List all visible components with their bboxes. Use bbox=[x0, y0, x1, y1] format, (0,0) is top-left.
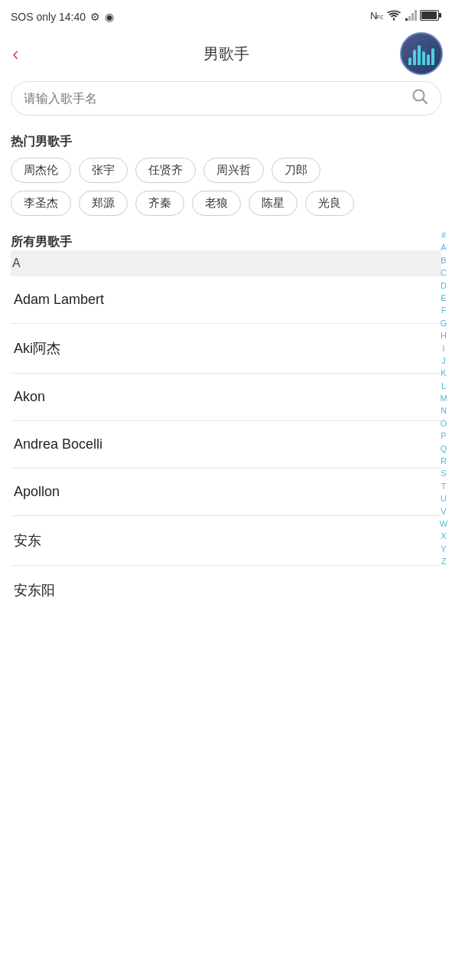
status-bar: SOS only 14:40 ⚙ ◉ N FC bbox=[0, 0, 452, 34]
alpha-i[interactable]: I bbox=[442, 343, 444, 354]
page-title: 男歌手 bbox=[203, 44, 249, 64]
hot-tag-10[interactable]: 光良 bbox=[305, 191, 354, 216]
settings-icon: ⚙ bbox=[90, 11, 100, 23]
hot-tag-1[interactable]: 张宇 bbox=[79, 158, 128, 183]
alpha-d[interactable]: D bbox=[441, 280, 447, 292]
svg-rect-3 bbox=[408, 16, 411, 21]
svg-rect-8 bbox=[421, 11, 437, 19]
nfc-icon: N FC bbox=[369, 8, 383, 25]
alpha-v[interactable]: V bbox=[441, 506, 446, 518]
alpha-m[interactable]: M bbox=[440, 393, 447, 404]
hot-tag-9[interactable]: 陈星 bbox=[249, 191, 298, 216]
battery-icon bbox=[420, 10, 441, 24]
alpha-e[interactable]: E bbox=[441, 292, 446, 304]
hot-tag-6[interactable]: 郑源 bbox=[79, 191, 128, 216]
hot-tag-3[interactable]: 周兴哲 bbox=[203, 158, 264, 183]
artist-item-3[interactable]: Andrea Bocelli bbox=[11, 421, 441, 469]
alphabet-index: # A B C D E F G H I J K L M N O P Q R S … bbox=[435, 230, 452, 568]
alpha-y[interactable]: Y bbox=[441, 544, 446, 555]
header: ‹ 男歌手 bbox=[0, 34, 452, 74]
svg-rect-2 bbox=[405, 18, 408, 21]
artist-item-2[interactable]: Akon bbox=[11, 374, 441, 421]
hot-tag-2[interactable]: 任贤齐 bbox=[135, 158, 196, 183]
hot-artists-row-1: 周杰伦 张宇 任贤齐 周兴哲 刀郎 bbox=[11, 158, 441, 183]
logo-bars-graphic bbox=[408, 42, 434, 65]
artist-item-4[interactable]: Apollon bbox=[11, 469, 441, 516]
alpha-q[interactable]: Q bbox=[441, 443, 447, 455]
sos-time-text: SOS only 14:40 bbox=[11, 11, 86, 23]
back-button[interactable]: ‹ bbox=[12, 44, 19, 64]
artist-item-0[interactable]: Adam Lambert bbox=[11, 276, 441, 324]
wifi-icon bbox=[386, 9, 402, 24]
search-icon[interactable] bbox=[411, 88, 428, 109]
alpha-r[interactable]: R bbox=[441, 456, 447, 467]
alpha-x[interactable]: X bbox=[441, 531, 446, 542]
status-right: N FC bbox=[369, 8, 441, 25]
alpha-u[interactable]: U bbox=[441, 493, 447, 505]
section-header-a: A bbox=[11, 250, 441, 276]
alpha-hash[interactable]: # bbox=[441, 230, 446, 241]
svg-rect-7 bbox=[439, 13, 441, 18]
alpha-n[interactable]: N bbox=[441, 405, 447, 416]
hot-tag-7[interactable]: 齐秦 bbox=[135, 191, 184, 216]
hot-tag-4[interactable]: 刀郎 bbox=[272, 158, 320, 183]
alpha-f[interactable]: F bbox=[441, 305, 447, 316]
artist-item-5[interactable]: 安东 bbox=[11, 516, 441, 566]
signal-bars-icon bbox=[405, 9, 417, 24]
alpha-b[interactable]: B bbox=[441, 255, 446, 266]
artist-item-1[interactable]: Aki阿杰 bbox=[11, 324, 441, 374]
all-section-title: 所有男歌手 bbox=[11, 224, 441, 250]
hot-tag-8[interactable]: 老狼 bbox=[192, 191, 241, 216]
search-box bbox=[11, 81, 441, 116]
alpha-k[interactable]: K bbox=[441, 368, 446, 379]
alpha-w[interactable]: W bbox=[440, 518, 447, 530]
app-status-icon: ◉ bbox=[105, 11, 114, 23]
status-left: SOS only 14:40 ⚙ ◉ bbox=[11, 11, 114, 23]
svg-line-10 bbox=[423, 100, 428, 104]
alpha-a[interactable]: A bbox=[441, 242, 446, 253]
search-input[interactable] bbox=[24, 92, 411, 106]
hot-tag-0[interactable]: 周杰伦 bbox=[11, 158, 71, 183]
alpha-h[interactable]: H bbox=[441, 330, 447, 341]
hot-artists-row-2: 李圣杰 郑源 齐秦 老狼 陈星 光良 bbox=[11, 191, 441, 216]
artist-item-6[interactable]: 安东阳 bbox=[11, 566, 441, 615]
search-container bbox=[0, 74, 452, 123]
main-content: 热门男歌手 周杰伦 张宇 任贤齐 周兴哲 刀郎 李圣杰 郑源 齐秦 老狼 陈星 … bbox=[0, 123, 452, 615]
alpha-l[interactable]: L bbox=[441, 381, 446, 392]
hot-tag-5[interactable]: 李圣杰 bbox=[11, 191, 71, 216]
alpha-j[interactable]: J bbox=[441, 355, 446, 367]
alpha-t[interactable]: T bbox=[441, 481, 447, 492]
app-logo[interactable] bbox=[400, 32, 443, 75]
alpha-c[interactable]: C bbox=[441, 267, 447, 279]
svg-rect-5 bbox=[415, 10, 417, 21]
svg-text:FC: FC bbox=[376, 14, 383, 21]
artist-list: A Adam Lambert Aki阿杰 Akon Andrea Bocelli… bbox=[11, 250, 441, 615]
alpha-p[interactable]: P bbox=[441, 430, 446, 442]
alpha-o[interactable]: O bbox=[441, 418, 447, 430]
alpha-z[interactable]: Z bbox=[441, 556, 447, 567]
alpha-g[interactable]: G bbox=[441, 318, 447, 329]
alpha-s[interactable]: S bbox=[441, 468, 446, 479]
svg-rect-4 bbox=[411, 13, 414, 21]
hot-section-title: 热门男歌手 bbox=[11, 123, 441, 158]
